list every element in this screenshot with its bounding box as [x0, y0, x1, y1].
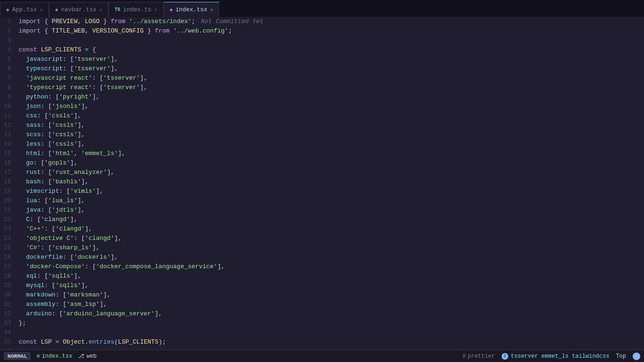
- lsp-circle-icon: 3: [502, 353, 508, 360]
- lsp-indicator[interactable]: 3 tsserver emmet_ls tailwindcss: [502, 353, 610, 360]
- ts-icon: TS: [115, 7, 120, 12]
- line-num-10: 10: [4, 102, 11, 111]
- prettier-label: prettier: [468, 353, 495, 360]
- code-line-5: javascript: ['tsserver'],: [19, 55, 644, 64]
- editor-area: 1 2 3 4 5 6 7 8 9 10 11 12 13 14 15 16 1…: [0, 17, 644, 350]
- line-num-33: 33: [4, 319, 11, 328]
- branch-indicator: ⎇ web: [78, 353, 97, 360]
- line-numbers: 1 2 3 4 5 6 7 8 9 10 11 12 13 14 15 16 1…: [0, 17, 17, 350]
- code-line-7: 'javascript react': ['tsserver'],: [19, 74, 644, 83]
- code-line-27: 'docker-Compose': ['docker_compose_langu…: [19, 262, 644, 272]
- code-line-25: 'C#': ['csharp_ls'],: [19, 243, 644, 253]
- code-line-28: sql: ['sqlls'],: [19, 272, 644, 281]
- line-num-27: 27: [4, 262, 11, 272]
- tab-label: navbar.tsx: [61, 7, 96, 13]
- line-num-16: 16: [4, 158, 11, 168]
- code-line-10: json: ['jsonls'],: [19, 102, 644, 111]
- line-num-6: 6: [4, 64, 11, 74]
- tab-app-tsx[interactable]: ◈ App.tsx ✕: [0, 2, 49, 17]
- code-line-6: typescript: ['tsserver'],: [19, 64, 644, 74]
- line-num-35: 35: [4, 337, 11, 347]
- line-num-32: 32: [4, 309, 11, 319]
- code-line-22: C: ['clangd'],: [19, 215, 644, 224]
- line-num-9: 9: [4, 92, 11, 102]
- line-num-7: 7: [4, 74, 11, 83]
- code-line-29: mysql: ['sqlls'],: [19, 281, 644, 290]
- code-content[interactable]: import { PREVIEW, LOGO } from '../assets…: [17, 17, 644, 350]
- top-indicator[interactable]: Top: [616, 353, 626, 360]
- tab-label: index.ts: [123, 7, 151, 13]
- line-num-12: 12: [4, 121, 11, 130]
- line-num-1: 1: [4, 17, 11, 26]
- mode-indicator: NORMAL: [4, 352, 31, 360]
- line-num-30: 30: [4, 290, 11, 300]
- lsp-servers-label: tsserver emmet_ls tailwindcss: [511, 353, 610, 360]
- code-line-18: bash: ['bashls'],: [19, 177, 644, 187]
- line-num-24: 24: [4, 234, 11, 243]
- prettier-indicator[interactable]: # prettier: [462, 353, 495, 360]
- tab-label: App.tsx: [12, 7, 37, 13]
- line-num-29: 29: [4, 281, 11, 290]
- code-line-12: sass: ['cssls'],: [19, 121, 644, 130]
- close-icon[interactable]: ✕: [210, 7, 214, 13]
- line-num-2: 2: [4, 26, 11, 36]
- close-icon[interactable]: ✕: [40, 7, 43, 13]
- code-line-16: go: ['gopls'],: [19, 158, 644, 168]
- code-line-15: html: ['html', 'emmet_ls'],: [19, 149, 644, 158]
- branch-icon: ⎇: [78, 353, 84, 360]
- tab-index-tsx[interactable]: ◈ index.tsx ✕: [164, 2, 220, 17]
- file-name: index.tsx: [42, 353, 73, 360]
- code-line-34: [19, 328, 644, 337]
- line-num-23: 23: [4, 224, 11, 234]
- line-num-11: 11: [4, 111, 11, 121]
- tsx-icon: ◈: [55, 7, 58, 13]
- code-line-9: python: ['pyright'],: [19, 92, 644, 102]
- line-num-15: 15: [4, 149, 11, 158]
- line-num-3: 3: [4, 36, 11, 45]
- code-line-14: less: ['cssls'],: [19, 140, 644, 149]
- status-bar: NORMAL ⊙ index.tsx ⎇ web # prettier 3 ts…: [0, 350, 644, 362]
- tsx-icon: ◈: [6, 7, 9, 13]
- close-icon[interactable]: ✕: [99, 7, 102, 13]
- line-num-4: 4: [4, 45, 11, 55]
- tab-bar: ◈ App.tsx ✕ ◈ navbar.tsx ✕ TS index.ts ✕…: [0, 0, 644, 17]
- code-line-8: 'typescript react': ['tsserver'],: [19, 83, 644, 92]
- hash-icon: #: [462, 353, 466, 360]
- line-num-13: 13: [4, 130, 11, 140]
- code-line-13: scss: ['cssls'],: [19, 130, 644, 140]
- code-line-26: dockerfile: ['dockerls'],: [19, 253, 644, 262]
- code-line-35: const LSP = Object.entries(LSP_CLIENTS);: [19, 337, 644, 347]
- line-num-25: 25: [4, 243, 11, 253]
- line-num-28: 28: [4, 272, 11, 281]
- code-line-17: rust: ['rust_analyzer'],: [19, 168, 644, 177]
- code-line-19: vimscript: ['vimls'],: [19, 187, 644, 196]
- tab-index-ts[interactable]: TS index.ts ✕: [108, 2, 164, 17]
- circle-icon: [633, 353, 640, 360]
- close-icon[interactable]: ✕: [154, 7, 157, 13]
- line-num-14: 14: [4, 140, 11, 149]
- line-num-26: 26: [4, 253, 11, 262]
- line-num-20: 20: [4, 196, 11, 206]
- code-line-31: assembly: ['asm_lsp'],: [19, 300, 644, 309]
- tsx-icon: ◈: [170, 7, 173, 13]
- code-line-24: 'objective C': ['clangd'],: [19, 234, 644, 243]
- tab-navbar-tsx[interactable]: ◈ navbar.tsx ✕: [49, 2, 108, 17]
- line-num-31: 31: [4, 300, 11, 309]
- code-line-3: [19, 36, 644, 45]
- code-line-4: const LSP_CLIENTS = {: [19, 45, 644, 55]
- line-num-34: 34: [4, 328, 11, 337]
- code-line-33: };: [19, 319, 644, 328]
- code-line-20: lua: ['lua_ls'],: [19, 196, 644, 206]
- code-line-2: import { TITLE_WEB, VERSION_CONFIG } fro…: [19, 26, 644, 36]
- line-num-5: 5: [4, 55, 11, 64]
- file-icon: ⊙: [36, 353, 40, 360]
- line-num-8: 8: [4, 83, 11, 92]
- file-indicator: ⊙ index.tsx: [36, 353, 72, 360]
- code-line-21: java: ['jdtls'],: [19, 206, 644, 215]
- tab-label: index.tsx: [175, 7, 207, 13]
- line-num-19: 19: [4, 187, 11, 196]
- line-num-18: 18: [4, 177, 11, 187]
- code-line-30: markdown: ['marksman'],: [19, 290, 644, 300]
- line-num-22: 22: [4, 215, 11, 224]
- code-line-11: css: ['cssls'],: [19, 111, 644, 121]
